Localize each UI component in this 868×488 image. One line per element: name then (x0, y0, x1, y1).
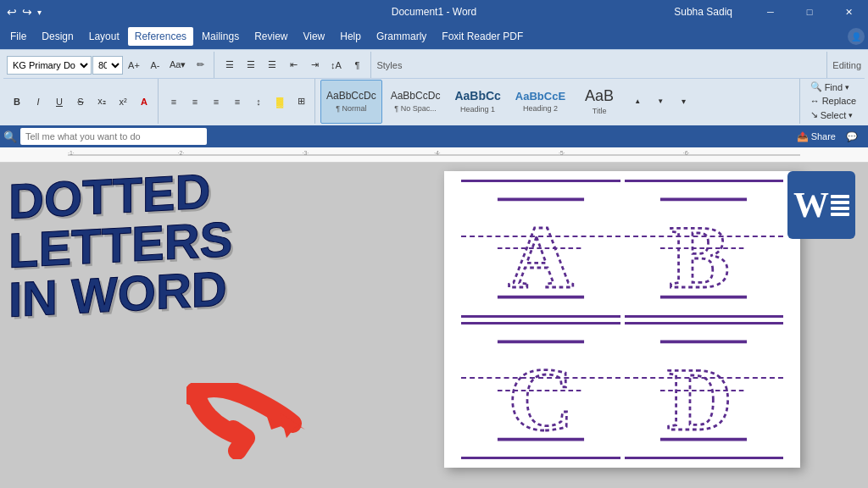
menu-file[interactable]: File (3, 27, 33, 46)
redo-button[interactable]: ↪ (22, 5, 32, 19)
menu-design[interactable]: Design (35, 27, 80, 46)
word-logo-line-3 (831, 207, 849, 210)
word-logo-line-4 (831, 213, 849, 216)
strikethrough-button[interactable]: S (70, 92, 91, 111)
menu-mailings[interactable]: Mailings (195, 27, 246, 46)
menu-review[interactable]: Review (248, 27, 294, 46)
letter-C-cell: C (461, 322, 620, 460)
search-bar: 🔍 📤 Share 💬 (0, 125, 868, 147)
line-spacing-button[interactable]: ↕ (248, 92, 269, 111)
ruler-mark-3: ·4· (434, 150, 441, 156)
letter-grid: A B C (444, 171, 800, 468)
borders-button[interactable]: ⊞ (291, 92, 311, 111)
italic-button[interactable]: I (28, 92, 48, 111)
letter-B-cell: B (625, 180, 784, 318)
increase-font-button[interactable]: A+ (124, 56, 144, 75)
ruler-mark-4: ·5· (559, 150, 565, 156)
ruler-mark-0: ·1· (68, 150, 75, 156)
arrow-svg (186, 383, 314, 459)
maximize-button[interactable]: □ (790, 0, 829, 24)
ruler-mark-5: ·6· (683, 150, 690, 156)
styles-area-header: Styles (373, 52, 827, 78)
letter-D-svg: D (653, 336, 754, 446)
red-arrow (186, 383, 314, 463)
title-bar: ↩ ↪ ▾ Document1 - Word Subha Sadiq ─ □ ✕ (0, 0, 868, 24)
style-title-preview: AaB (585, 87, 614, 106)
numbered-list-button[interactable]: ☰ (241, 56, 261, 75)
tell-me-input[interactable] (20, 128, 207, 145)
editing-group-header: Editing (829, 52, 865, 78)
justify-button[interactable]: ≡ (227, 92, 248, 111)
toolbar-row1: KG Primary Do... 80 A+ A- Aa▾ ✏ ☰ ☰ ☰ ⇤ … (3, 52, 865, 79)
menu-help[interactable]: Help (333, 27, 368, 46)
font-size-select[interactable]: 80 (92, 56, 123, 75)
decrease-font-button[interactable]: A- (145, 56, 165, 75)
bold-button[interactable]: B (7, 92, 27, 111)
undo-button[interactable]: ↩ (7, 5, 17, 19)
account-button[interactable]: 👤 (848, 28, 865, 45)
change-case-button[interactable]: Aa▾ (166, 56, 189, 75)
style-nospace-label: ¶ No Spac... (394, 104, 436, 113)
bullets-button[interactable]: ☰ (220, 56, 240, 75)
customize-button[interactable]: ▾ (37, 8, 42, 17)
letter-D-cell: D (625, 322, 784, 460)
menu-foxit[interactable]: Foxit Reader PDF (435, 27, 530, 46)
heading-line-3: IN WORD (8, 263, 232, 324)
sort-button[interactable]: ↕A (326, 56, 346, 75)
menu-bar: File Design Layout References Mailings R… (0, 24, 868, 49)
find-icon: 🔍 (810, 81, 822, 92)
main-content: DOTTED LETTERS IN WORD A (0, 163, 868, 488)
show-hide-button[interactable]: ¶ (347, 56, 367, 75)
find-button[interactable]: 🔍 Find ▾ (807, 80, 853, 93)
align-right-button[interactable]: ≡ (206, 92, 226, 111)
menu-view[interactable]: View (296, 27, 331, 46)
svg-text:C: C (508, 349, 573, 446)
letter-C-svg: C (490, 336, 592, 446)
toolbar-row2: B I U S x₂ x² A ≡ ≡ ≡ ≡ ↕ ▓ ⊞ AaBbCcDc ¶… (3, 79, 865, 124)
increase-indent-button[interactable]: ⇥ (304, 56, 325, 75)
replace-button[interactable]: ↔ Replace (807, 95, 860, 107)
styles-scroll-up[interactable]: ▲ (627, 96, 648, 108)
close-button[interactable]: ✕ (829, 0, 868, 24)
style-normal-preview: AaBbCcDc (326, 90, 376, 102)
style-heading2[interactable]: AaBbCcE Heading 2 (509, 80, 571, 124)
svg-text:D: D (667, 349, 732, 446)
subscript-button[interactable]: x₂ (92, 92, 112, 111)
styles-expand[interactable]: ▾ (673, 90, 693, 114)
align-left-button[interactable]: ≡ (164, 92, 184, 111)
select-button[interactable]: ↘ Select ▾ (807, 108, 857, 121)
word-logo-line-2 (831, 201, 849, 204)
superscript-button[interactable]: x² (113, 92, 133, 111)
word-logo-lines (831, 195, 849, 216)
align-center-button[interactable]: ≡ (185, 92, 205, 111)
format-painter-button[interactable]: ✏ (190, 56, 210, 75)
comments-button[interactable]: 💬 (846, 131, 858, 142)
ruler: ·1· ·2· ·3· ·4· ·5· ·6· (0, 147, 868, 163)
share-button[interactable]: 📤 Share (797, 131, 836, 142)
letter-A-cell: A (461, 180, 620, 318)
style-h2-label: Heading 2 (523, 104, 558, 113)
styles-scroll-down[interactable]: ▼ (650, 96, 670, 108)
font-name-select[interactable]: KG Primary Do... (7, 56, 92, 75)
search-icon: 🔍 (3, 130, 17, 143)
font-color-button[interactable]: A (134, 92, 154, 111)
underline-button[interactable]: U (49, 92, 70, 111)
document-preview: A B C (444, 171, 800, 468)
style-normal[interactable]: AaBbCcDc ¶ Normal (320, 80, 382, 124)
svg-text:B: B (670, 208, 730, 304)
menu-layout[interactable]: Layout (82, 27, 126, 46)
menu-grammarly[interactable]: Grammarly (370, 27, 433, 46)
style-title[interactable]: AaB Title (574, 80, 625, 124)
replace-icon: ↔ (810, 96, 820, 106)
user-name: Subha Sadiq (674, 6, 732, 18)
menu-references[interactable]: References (128, 27, 193, 46)
style-no-space[interactable]: AaBbCcDc ¶ No Spac... (385, 80, 447, 124)
style-heading1[interactable]: AaBbCc Heading 1 (448, 80, 506, 124)
style-nospace-preview: AaBbCcDc (391, 90, 441, 102)
multilevel-button[interactable]: ☰ (262, 56, 282, 75)
editing-buttons-group: 🔍 Find ▾ ↔ Replace ↘ Select ▾ (802, 79, 865, 124)
minimize-button[interactable]: ─ (751, 0, 790, 24)
ruler-mark-2: ·3· (302, 150, 309, 156)
shading-button[interactable]: ▓ (270, 92, 290, 111)
decrease-indent-button[interactable]: ⇤ (283, 56, 303, 75)
